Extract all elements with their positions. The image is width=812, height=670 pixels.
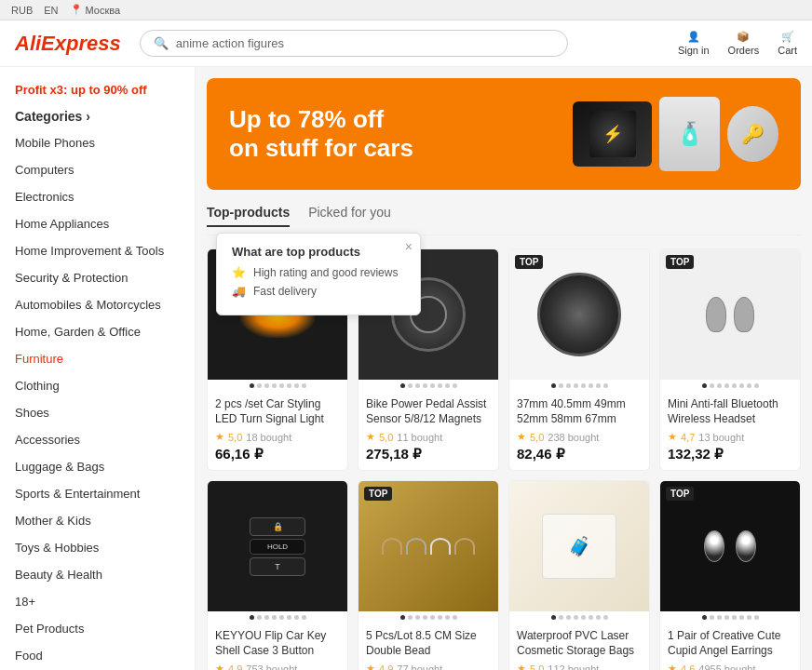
product-dot (302, 383, 306, 388)
rating-value: 4,9 (228, 663, 242, 671)
banner[interactable]: Up to 78% off on stuff for cars ⚡ 🧴 🔑 (207, 78, 801, 190)
rating-value: 4,6 (681, 663, 695, 671)
sidebar-item-sports[interactable]: Sports & Entertainment (0, 480, 195, 507)
sidebar-item-toys-hobbies[interactable]: Toys & Hobbies (0, 534, 195, 561)
product-dot (272, 383, 277, 388)
product-dot (559, 615, 563, 620)
product-dot (739, 383, 744, 388)
sidebar-item-home-appliances[interactable]: Home Appliances (0, 210, 195, 237)
product-card-p5[interactable]: 🔒HOLDT KEYYOU Flip Car Key Shell Case 3 … (207, 480, 348, 670)
product-dot (754, 383, 759, 388)
sidebar-item-shoes[interactable]: Shoes (0, 399, 195, 426)
sidebar-item-computers[interactable]: Computers (0, 156, 195, 183)
product-rating: ★ 5,0 112 bought (517, 663, 642, 670)
product-dot (724, 615, 729, 620)
product-dot (581, 383, 586, 388)
sidebar-item-mobile-phones[interactable]: Mobile Phones (0, 129, 195, 156)
product-dot (551, 615, 556, 620)
product-info: 2 pcs /set Car Styling LED Turn Signal L… (208, 392, 347, 470)
rating-value: 4,9 (379, 663, 393, 671)
tooltip-close-button[interactable]: × (405, 239, 413, 254)
sidebar-item-automobiles[interactable]: Automobiles & Motorcycles (0, 291, 195, 318)
product-price: 66,16 ₽ (215, 446, 340, 462)
star-icon: ★ (517, 663, 526, 670)
product-dot (287, 615, 291, 620)
bought-count: 18 bought (246, 432, 291, 443)
sidebar-item-home-improvement[interactable]: Home Improvement & Tools (0, 237, 195, 264)
tab-picked-for-you[interactable]: Picked for you (308, 205, 391, 227)
promo-label: Profit x3: up to 90% off (0, 76, 195, 103)
product-dot (257, 615, 262, 620)
sidebar-item-food[interactable]: Food (0, 642, 195, 669)
product-dot (279, 615, 284, 620)
sidebar-item-furniture[interactable]: Furniture (0, 345, 195, 372)
sign-in-button[interactable]: 👤 Sign in (678, 31, 710, 56)
orders-button[interactable]: 📦 Orders (728, 31, 760, 56)
sign-in-icon: 👤 (687, 31, 700, 43)
product-dot (415, 383, 420, 388)
rating-value: 5,0 (530, 432, 544, 443)
rating-value: 4,7 (681, 432, 695, 443)
sidebar-item-clothing[interactable]: Clothing (0, 372, 195, 399)
orders-label: Orders (728, 45, 760, 56)
bought-count: 4955 bought (698, 663, 755, 671)
product-dot (257, 383, 262, 388)
top-badge: TOP (666, 255, 694, 269)
currency-selector[interactable]: RUB (11, 5, 33, 16)
sidebar-item-beauty-health[interactable]: Beauty & Health (0, 561, 195, 588)
product-image: TOP (660, 249, 800, 380)
product-title: 37mm 40.5mm 49mm 52mm 58mm 67mm 52mm 72m… (517, 397, 642, 427)
sidebar-item-accessories[interactable]: Accessories (0, 426, 195, 453)
search-input[interactable] (176, 36, 554, 50)
star-icon: ★ (517, 431, 526, 443)
product-dot (272, 615, 277, 620)
logo[interactable]: AliExpress (15, 32, 121, 56)
product-card-p7[interactable]: 🧳 Waterproof PVC Laser Cosmetic Storage … (508, 480, 650, 670)
product-dot (574, 615, 578, 620)
product-dot (415, 615, 420, 620)
location-selector[interactable]: 📍 Москва (70, 4, 121, 16)
product-card-p6[interactable]: TOP 5 Pcs/Lot 8.5 CM Size Double Bead Se… (358, 480, 499, 670)
product-price: 82,46 ₽ (517, 446, 642, 462)
language-selector[interactable]: EN (44, 5, 58, 16)
sidebar-item-luggage-bags[interactable]: Luggage & Bags (0, 453, 195, 480)
sidebar-item-home-garden[interactable]: Home, Garden & Office (0, 318, 195, 345)
tooltip-text-delivery: Fast delivery (253, 285, 317, 298)
banner-text: Up to 78% off on stuff for cars (229, 105, 413, 163)
product-dot (430, 383, 435, 388)
product-dot (710, 383, 714, 388)
product-dot (589, 615, 593, 620)
sidebar-item-electronics[interactable]: Electronics (0, 183, 195, 210)
banner-image-3: 🔑 (727, 106, 778, 162)
product-dot (279, 383, 284, 388)
product-image: 🔒HOLDT (208, 481, 347, 611)
product-dot (400, 615, 405, 620)
categories-header[interactable]: Categories › (0, 103, 195, 129)
sidebar-item-pet-products[interactable]: Pet Products (0, 615, 195, 642)
location-label: Москва (86, 5, 121, 16)
banner-title-line2: on stuff for cars (229, 134, 413, 163)
sidebar-item-18plus[interactable]: 18+ (0, 588, 195, 615)
product-info: KEYYOU Flip Car Key Shell Case 3 Button … (208, 623, 347, 670)
product-card-p8[interactable]: TOP 1 Pair of Creative Cute Cupid Angel … (659, 480, 801, 670)
product-dot (430, 615, 435, 620)
product-card-p3[interactable]: TOP 37mm 40.5mm 49mm 52mm 58mm 67mm 52mm… (508, 248, 650, 471)
product-dot (250, 615, 254, 620)
product-image: TOP (509, 249, 649, 380)
product-dot (453, 615, 457, 620)
product-card-p4[interactable]: TOP Mini Anti-fall Bluetooth Wireless He… (659, 248, 801, 471)
product-dot (702, 383, 707, 388)
tooltip-item-delivery: 🚚 Fast delivery (232, 285, 405, 298)
product-dot (724, 383, 729, 388)
sidebar-items: Mobile PhonesComputersElectronicsHome Ap… (0, 129, 195, 669)
tab-top-products[interactable]: Top-products (207, 205, 290, 227)
product-dots (660, 380, 800, 392)
tabs: Top-products Picked for you × What are t… (207, 205, 801, 235)
star-icon: ★ (366, 663, 375, 670)
sidebar-item-mother-kids[interactable]: Mother & Kids (0, 507, 195, 534)
cart-button[interactable]: 🛒 Cart (778, 31, 797, 56)
product-dot (438, 383, 442, 388)
sidebar-item-security-protection[interactable]: Security & Protection (0, 264, 195, 291)
delivery-icon: 🚚 (232, 285, 246, 298)
rating-value: 5,0 (379, 432, 393, 443)
